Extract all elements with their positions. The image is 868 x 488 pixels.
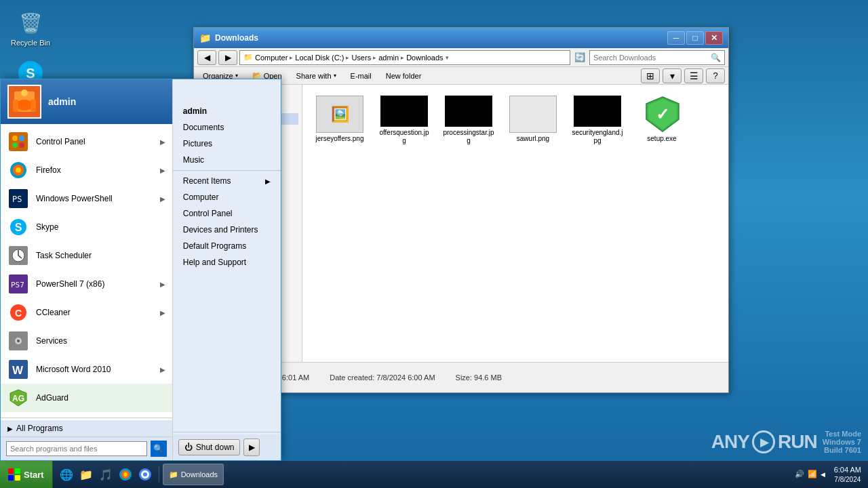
desktop-icon-recycle-bin[interactable]: 🗑️ Recycle Bin (7, 7, 54, 50)
right-item-documents[interactable]: Documents (173, 119, 281, 136)
clock-time: 6:04 AM (834, 465, 861, 474)
file-item-securityengland[interactable]: securityengland.jpg (567, 92, 628, 149)
view-dropdown-button[interactable]: ▾ (663, 68, 682, 83)
explorer-toolbar: ◀ ▶ 📁 Computer ▸ Local Disk (C:) ▸ Users… (194, 48, 728, 67)
svg-text:PS: PS (12, 195, 22, 204)
right-item-control-panel[interactable]: Control Panel (173, 205, 281, 222)
svg-rect-45 (15, 475, 20, 481)
right-item-pictures[interactable]: Pictures (173, 136, 281, 152)
start-item-task-scheduler[interactable]: Task Scheduler (1, 241, 172, 270)
right-item-computer[interactable]: Computer (173, 189, 281, 205)
email-menu[interactable]: E-mail (345, 70, 377, 81)
new-folder-menu[interactable]: New folder (380, 70, 427, 81)
firefox-icon (7, 159, 29, 181)
anyrun-line3: Build 7601 (823, 446, 861, 454)
start-item-services[interactable]: Services (1, 327, 172, 355)
firefox-label: Firefox (36, 165, 61, 175)
start-search-input[interactable] (6, 441, 147, 456)
help-button[interactable]: ? (706, 68, 725, 83)
start-item-word[interactable]: W Microsoft Word 2010 ▶ (1, 355, 172, 384)
addr-computer[interactable]: Computer (255, 54, 288, 62)
services-icon (7, 330, 29, 352)
forward-button[interactable]: ▶ (218, 50, 237, 65)
refresh-button[interactable]: 🔄 (572, 50, 587, 65)
svg-point-48 (123, 472, 127, 476)
clock-date: 7/8/2024 (834, 475, 861, 484)
file-item-sawurl[interactable]: sawurl.png (502, 92, 564, 149)
taskbar-explorer-icon[interactable]: 📁 (78, 466, 94, 483)
taskbar-explorer-btn[interactable]: 📁 Downloads (163, 464, 224, 485)
svg-point-22 (16, 167, 21, 173)
details-pane-button[interactable]: ☰ (684, 68, 703, 83)
file-item-offersquestion[interactable]: offersquestion.jpg (374, 92, 435, 149)
start-item-firefox[interactable]: Firefox ▶ (1, 156, 172, 184)
start-label: Start (24, 470, 44, 480)
taskbar-chrome-icon[interactable] (137, 466, 153, 483)
start-button[interactable]: Start (0, 461, 53, 488)
start-search-button[interactable]: 🔍 (151, 441, 167, 457)
address-bar[interactable]: 📁 Computer ▸ Local Disk (C:) ▸ Users ▸ a… (239, 50, 570, 65)
addr-downloads[interactable]: Downloads (406, 54, 443, 62)
close-button[interactable]: ✕ (705, 31, 723, 45)
powershell-label: Windows PowerShell (36, 194, 113, 203)
addr-localdisk[interactable]: Local Disk (C:) (295, 54, 344, 62)
tray-arrow[interactable]: ◀ (821, 471, 825, 478)
right-item-devices[interactable]: Devices and Printers (173, 222, 281, 238)
size-status: Size: 94.6 MB (456, 373, 502, 382)
shutdown-arrow-button[interactable]: ▶ (243, 439, 260, 456)
file-item-setup[interactable]: ✓ setup.exe (631, 92, 692, 149)
share-label: Share with (296, 72, 332, 80)
start-item-powershell[interactable]: PS Windows PowerShell ▶ (1, 184, 172, 213)
right-item-user[interactable]: admin (173, 103, 281, 119)
start-item-adguard[interactable]: AG AdGuard (1, 384, 172, 412)
search-box[interactable]: 🔍 (589, 50, 725, 65)
address-folder-icon: 📁 (243, 53, 253, 62)
file-name-securityengland: securityengland.jpg (571, 129, 624, 145)
taskbar-media-icon[interactable]: 🎵 (98, 466, 114, 483)
back-button[interactable]: ◀ (197, 50, 216, 65)
shutdown-label: Shut down (196, 443, 235, 452)
shutdown-button[interactable]: ⏻ Shut down (178, 439, 241, 455)
file-item-jerseyoffers[interactable]: 🖼️ jerseyoffers.png (309, 92, 370, 149)
taskbar: Start 🌐 📁 🎵 (0, 461, 868, 488)
system-tray: 🔊 📶 ◀ 6:04 AM 7/8/2024 (788, 465, 868, 483)
addr-users[interactable]: Users (351, 54, 371, 62)
window-controls: ─ □ ✕ (667, 31, 723, 45)
start-item-ps7[interactable]: PS7 PowerShell 7 (x86) ▶ (1, 270, 172, 298)
svg-rect-13 (13, 100, 18, 112)
tray-icons: 🔊 📶 ◀ (795, 470, 825, 479)
start-item-ccleaner[interactable]: C CCleaner ▶ (1, 298, 172, 327)
network-icon[interactable]: 📶 (808, 470, 817, 479)
explorer-btn-label: Downloads (181, 470, 218, 479)
right-item-recent[interactable]: Recent Items ▶ (173, 173, 281, 189)
file-item-processingstar[interactable]: processingstar.jpg (438, 92, 499, 149)
right-item-default-programs[interactable]: Default Programs (173, 238, 281, 254)
user-name: admin (48, 96, 76, 107)
svg-text:S: S (15, 222, 22, 233)
share-with-menu[interactable]: Share with ▾ (291, 70, 342, 81)
right-separator-2 (173, 432, 281, 432)
view-icon-button[interactable]: ⊞ (641, 68, 660, 83)
start-item-control-panel[interactable]: Control Panel ▶ (1, 127, 172, 156)
email-label: E-mail (351, 72, 372, 80)
clock[interactable]: 6:04 AM 7/8/2024 (834, 465, 861, 483)
start-item-skype[interactable]: S Skype (1, 213, 172, 241)
maximize-button[interactable]: □ (686, 31, 704, 45)
search-input[interactable] (593, 54, 709, 62)
shutdown-row: ⏻ Shut down ▶ (173, 434, 281, 460)
svg-rect-42 (8, 468, 14, 474)
right-item-help[interactable]: Help and Support (173, 254, 281, 270)
taskbar-ie-icon[interactable]: 🌐 (58, 466, 75, 483)
minimize-button[interactable]: ─ (667, 31, 685, 45)
skype-menu-label: Skype (36, 222, 58, 232)
all-programs-label[interactable]: All Programs (16, 424, 63, 433)
quick-launch: 🌐 📁 🎵 (53, 466, 159, 483)
taskbar-open-items: 📁 Downloads (159, 464, 788, 485)
file-name-setup: setup.exe (647, 135, 676, 143)
right-item-music[interactable]: Music (173, 152, 281, 168)
search-icon[interactable]: 🔍 (711, 53, 721, 62)
new-folder-label: New folder (386, 72, 422, 80)
taskbar-firefox-icon[interactable] (117, 466, 134, 483)
volume-icon[interactable]: 🔊 (795, 470, 804, 479)
addr-admin[interactable]: admin (378, 54, 399, 62)
